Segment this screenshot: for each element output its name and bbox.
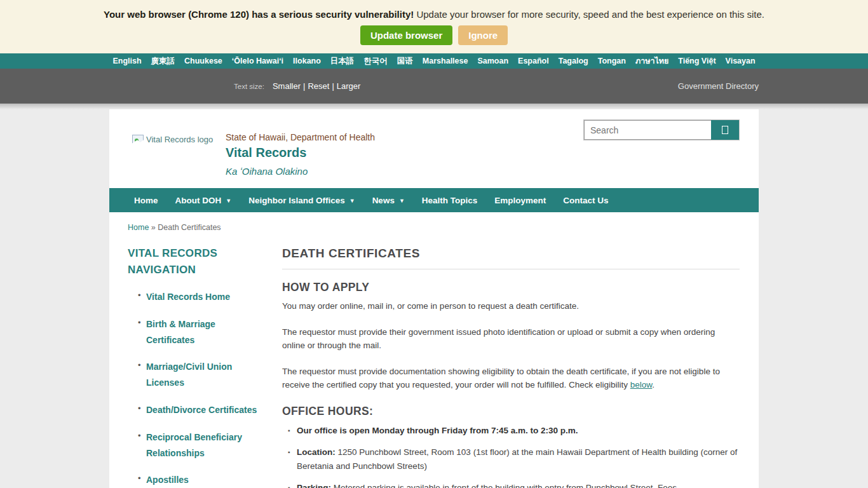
language-link[interactable]: Samoan — [477, 57, 508, 65]
chevron-down-icon: ▼ — [226, 198, 231, 204]
chevron-down-icon: ▼ — [349, 198, 355, 204]
office-hours-heading: OFFICE HOURS: — [282, 405, 740, 418]
update-browser-button[interactable]: Update browser — [360, 25, 452, 45]
body-paragraph-eligibility: The requestor must provide documentation… — [282, 365, 740, 392]
nav-item[interactable]: About DOH ▼ — [175, 196, 232, 205]
sidebar: VITAL RECORDS NAVIGATION Vital Records H… — [128, 245, 262, 488]
sidebar-nav-link[interactable]: Death/Divorce Certificates — [146, 405, 257, 415]
page-card: Vital Records logo State of Hawaii, Depa… — [109, 109, 759, 488]
office-hours-item: Location: 1250 Punchbowl Street, Room 10… — [282, 445, 740, 473]
breadcrumb-separator: » — [151, 223, 156, 232]
language-link[interactable]: Tongan — [598, 57, 626, 65]
body-paragraph: You may order online, mail in, or come i… — [282, 300, 740, 313]
office-hours-list: Our office is open Monday through Friday… — [282, 424, 740, 488]
breadcrumb-current: Death Certificates — [158, 223, 220, 232]
nav-item[interactable]: Neighbor Island Offices ▼ — [248, 196, 355, 205]
broken-image-icon — [132, 135, 144, 144]
content-area: Home » Death Certificates VITAL RECORDS … — [109, 212, 759, 488]
language-link[interactable]: ภาษาไทย — [635, 55, 668, 67]
hawaiian-name: Ka ʻOihana Olakino — [226, 166, 375, 177]
office-hours-item: Parking: Metered parking is available in… — [282, 481, 740, 488]
sidebar-list-item: Vital Records Home — [128, 289, 262, 305]
language-link[interactable]: 日本語 — [330, 56, 355, 67]
search-icon — [722, 126, 728, 134]
browser-warning-buttons: Update browser Ignore — [0, 25, 868, 45]
language-bar: English 廣東話 Chuukese ʻŌlelo Hawaiʻi Ilok… — [0, 53, 868, 69]
agency-name: State of Hawaii, Department of Health — [226, 132, 375, 142]
text-size-group: Text size: Smaller|Reset|Larger — [234, 81, 360, 91]
utility-bar-shadow — [0, 104, 868, 109]
page-title: DEATH CERTIFICATES — [282, 247, 740, 261]
browser-warning-bold: Your web browser (Chrome 120) has a seri… — [104, 9, 414, 20]
text-size-larger-link[interactable]: Larger — [337, 81, 361, 91]
sidebar-list-item: Apostilles — [128, 472, 262, 488]
browser-warning-banner: Your web browser (Chrome 120) has a seri… — [0, 0, 868, 53]
language-link[interactable]: Tagalog — [559, 57, 588, 65]
site-header: Vital Records logo State of Hawaii, Depa… — [109, 109, 759, 188]
logo-alt-text: Vital Records logo — [146, 135, 213, 144]
language-link[interactable]: Chuukese — [184, 57, 222, 65]
site-titles: State of Hawaii, Department of Health Vi… — [226, 132, 375, 177]
text-size-reset-link[interactable]: Reset — [308, 81, 329, 91]
language-link[interactable]: Visayan — [726, 57, 756, 65]
language-link[interactable]: English — [112, 57, 141, 65]
site-logo[interactable]: Vital Records logo — [132, 135, 213, 144]
chevron-down-icon: ▼ — [399, 198, 405, 204]
nav-item[interactable]: Health Topics — [422, 196, 478, 205]
search-button[interactable] — [711, 120, 739, 140]
browser-warning-normal: Update your browser for more security, s… — [414, 9, 764, 20]
text-size-label: Text size: — [234, 83, 264, 90]
language-link[interactable]: 한국어 — [363, 56, 388, 67]
text-size-smaller-link[interactable]: Smaller — [273, 81, 301, 91]
language-link[interactable]: Ilokano — [293, 57, 321, 65]
nav-item[interactable]: News ▼ — [372, 196, 405, 205]
sidebar-nav-list: Vital Records Home Birth & Marriage Cert… — [128, 289, 262, 488]
sidebar-nav-link[interactable]: Vital Records Home — [146, 292, 230, 302]
sidebar-title: VITAL RECORDS NAVIGATION — [128, 245, 262, 278]
utility-bar: Text size: Smaller|Reset|Larger Governme… — [0, 69, 868, 104]
language-link[interactable]: Español — [518, 57, 549, 65]
language-link[interactable]: Marshallese — [423, 57, 468, 65]
government-directory-link[interactable]: Government Directory — [678, 81, 759, 91]
nav-item[interactable]: Contact Us — [563, 196, 608, 205]
browser-warning-text: Your web browser (Chrome 120) has a seri… — [0, 9, 868, 20]
site-name[interactable]: Vital Records — [226, 146, 375, 160]
title-divider — [282, 269, 740, 269]
how-to-apply-heading: HOW TO APPLY — [282, 281, 740, 294]
nav-item[interactable]: Home — [134, 196, 158, 205]
sidebar-nav-link[interactable]: Birth & Marriage Certificates — [146, 319, 215, 345]
sidebar-list-item: Death/Divorce Certificates — [128, 402, 262, 418]
language-link[interactable]: 廣東話 — [151, 56, 175, 67]
text-size-separator: | — [301, 81, 308, 91]
language-link[interactable]: 国语 — [397, 56, 413, 67]
office-hours-item: Our office is open Monday through Friday… — [282, 424, 740, 438]
search-box — [583, 119, 740, 140]
eligibility-below-link[interactable]: below — [630, 380, 653, 390]
search-input[interactable] — [584, 120, 711, 140]
breadcrumb-home-link[interactable]: Home — [128, 223, 149, 232]
main-navigation: Home About DOH ▼ Neighbor Island Offices… — [109, 188, 759, 212]
ignore-button[interactable]: Ignore — [458, 25, 508, 45]
breadcrumb: Home » Death Certificates — [128, 223, 740, 232]
nav-item[interactable]: Employment — [494, 196, 546, 205]
sidebar-list-item: Birth & Marriage Certificates — [128, 316, 262, 348]
main-column: DEATH CERTIFICATES HOW TO APPLY You may … — [282, 245, 740, 488]
body-paragraph: The requestor must provide their governm… — [282, 326, 740, 353]
sidebar-nav-link[interactable]: Apostilles — [146, 475, 189, 485]
sidebar-list-item: Marriage/Civil Union Licenses — [128, 359, 262, 391]
language-link[interactable]: ʻŌlelo Hawaiʻi — [232, 57, 283, 65]
sidebar-nav-link[interactable]: Reciprocal Beneficiary Relationships — [146, 432, 242, 458]
sidebar-nav-link[interactable]: Marriage/Civil Union Licenses — [146, 362, 232, 388]
language-link[interactable]: Tiếng Việt — [678, 57, 715, 65]
text-size-separator: | — [329, 81, 336, 91]
sidebar-list-item: Reciprocal Beneficiary Relationships — [128, 430, 262, 461]
